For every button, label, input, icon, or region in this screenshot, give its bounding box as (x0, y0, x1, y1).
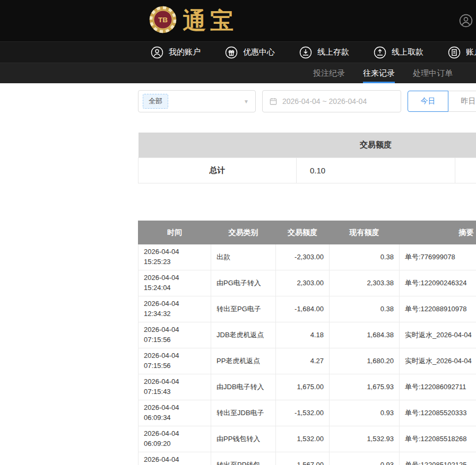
account-icon[interactable] (459, 14, 473, 28)
tab-bet-records[interactable]: 投注纪录 (313, 63, 345, 83)
tab-transaction-records[interactable]: 往来记录 (363, 63, 395, 83)
transactions-table: 时间 交易类别 交易额度 现有额度 摘要 2026-04-04 15:25:23… (138, 221, 476, 465)
cell-summary: 单号:122085520333 (400, 400, 476, 426)
cell-type: 转出至PP钱包 (211, 452, 276, 465)
record-icon (447, 46, 461, 59)
tab-label: 往来记录 (363, 68, 395, 78)
nav-item-label: 线上存款 (317, 47, 349, 57)
logo-badge-text: TB (158, 16, 168, 24)
table-header-row: 时间 交易类别 交易额度 现有额度 摘要 (139, 221, 476, 244)
cell-time: 2026-04-04 06:09:20 (139, 426, 211, 452)
today-button[interactable]: 今日 (408, 91, 448, 112)
col-header-time: 时间 (139, 221, 211, 244)
cell-time: 2026-04-04 15:24:04 (139, 270, 211, 296)
cell-type: PP老虎机返点 (211, 348, 276, 374)
logo[interactable]: TB 通宝 (149, 5, 238, 36)
filter-bar: 全部 ▼ 2026-04-04 ~ 2026-04-04 今日 昨日 近一周 (138, 90, 476, 112)
nav-item-label: 我的账户 (169, 47, 201, 57)
summary-total-value: 0.10 (297, 158, 455, 183)
cell-type: 转出至PG电子 (211, 296, 276, 322)
cell-time: 2026-04-04 07:15:56 (139, 348, 211, 374)
cell-amount: -1,567.00 (276, 452, 330, 465)
transaction-row: 2026-04-04 07:15:56JDB老虎机返点4.181,684.38实… (139, 322, 476, 348)
cell-time: 2026-04-04 12:34:32 (139, 296, 211, 322)
cell-time: 2026-04-04 07:15:43 (139, 374, 211, 400)
transaction-row: 2026-04-04 12:34:32转出至PG电子-1,684.000.38单… (139, 296, 476, 322)
date-range-input[interactable]: 2026-04-04 ~ 2026-04-04 (262, 90, 401, 112)
cell-time: 2026-04-04 15:25:23 (139, 244, 211, 270)
record-tabs: 投注纪录 往来记录 处理中订单 (0, 63, 476, 83)
calendar-icon (269, 97, 278, 106)
cell-amount: 4.18 (276, 322, 330, 348)
nav-item-withdraw[interactable]: 线上取款 (373, 46, 423, 59)
col-header-balance: 现有额度 (330, 221, 400, 244)
main-nav: 我的账户 优惠中心 线上存款 (0, 41, 476, 63)
date-range-value: 2026-04-04 ~ 2026-04-04 (282, 97, 367, 106)
nav-item-label: 线上取款 (392, 47, 423, 57)
withdraw-icon (373, 46, 387, 59)
cell-balance: 0.93 (330, 400, 400, 426)
cell-balance: 0.38 (330, 244, 400, 270)
cell-amount: 1,675.00 (276, 374, 330, 400)
nav-item-deposit[interactable]: 线上存款 (299, 46, 349, 59)
active-tab-indicator (363, 82, 395, 83)
nav-item-account-records[interactable]: 账户记录 (447, 46, 476, 59)
summary-total-extra (455, 158, 476, 183)
cell-type: 出款 (211, 244, 276, 270)
cell-type: 由JDB电子转入 (211, 374, 276, 400)
chevron-down-icon: ▼ (244, 99, 249, 104)
transaction-row: 2026-04-04 15:25:23出款-2,303.000.38单号:776… (139, 244, 476, 270)
page: TB 通宝 我的账户 (0, 0, 476, 465)
deposit-icon (299, 46, 313, 59)
cell-type: 由PP钱包转入 (211, 426, 276, 452)
cell-summary: 单号:776999078 (400, 244, 476, 270)
cell-amount: -2,303.00 (276, 244, 330, 270)
top-header: TB 通宝 (0, 0, 476, 41)
nav-item-promotions[interactable]: 优惠中心 (224, 46, 275, 59)
cell-balance: 1,680.20 (330, 348, 400, 374)
cell-type: 转出至JDB电子 (211, 400, 276, 426)
cell-balance: 0.93 (330, 452, 400, 465)
summary-header-amount: 交易额度 (297, 133, 455, 158)
cell-type: 由PG电子转入 (211, 270, 276, 296)
cell-summary: 单号:122088910978 (400, 296, 476, 322)
transaction-row: 2026-04-04 06:09:34转出至JDB电子-1,532.000.93… (139, 400, 476, 426)
poker-chip-logo-icon: TB (149, 5, 177, 36)
content-area: 全部 ▼ 2026-04-04 ~ 2026-04-04 今日 昨日 近一周 (138, 90, 476, 465)
summary-total-row: 总计 0.10 (139, 158, 476, 183)
cell-time: 2026-04-04 06:09:34 (139, 400, 211, 426)
cell-type: JDB老虎机返点 (211, 322, 276, 348)
nav-item-label: 账户记录 (466, 47, 476, 57)
cell-summary: 单号:122086092711 (400, 374, 476, 400)
tab-label: 投注纪录 (313, 68, 345, 78)
cell-amount: -1,684.00 (276, 296, 330, 322)
tab-label: 处理中订单 (413, 68, 453, 78)
logo-text: 通宝 (183, 9, 238, 32)
cell-time: 2026-04-04 07:15:56 (139, 322, 211, 348)
cell-balance: 1,532.93 (330, 426, 400, 452)
cell-summary: 单号:122085102125 (400, 452, 476, 465)
transactions-tbody: 2026-04-04 15:25:23出款-2,303.000.38单号:776… (139, 244, 476, 465)
nav-item-label: 优惠中心 (243, 47, 275, 57)
cell-time: 2026-04-04 05:24:10 (139, 452, 211, 465)
cell-summary: 实时返水_2026-04-04 (400, 322, 476, 348)
transaction-row: 2026-04-04 07:15:56PP老虎机返点4.271,680.20实时… (139, 348, 476, 374)
summary-table: 交易额度 总计 0.10 (138, 133, 476, 183)
cell-amount: 4.27 (276, 348, 330, 374)
col-header-summary: 摘要 (400, 221, 476, 244)
tab-pending-orders[interactable]: 处理中订单 (413, 63, 453, 83)
summary-header-empty (139, 133, 297, 158)
cell-amount: -1,532.00 (276, 400, 330, 426)
gift-icon (224, 46, 238, 59)
transaction-type-select[interactable]: 全部 ▼ (138, 90, 256, 112)
transaction-row: 2026-04-04 07:15:43由JDB电子转入1,675.001,675… (139, 374, 476, 400)
nav-item-my-account[interactable]: 我的账户 (150, 46, 201, 59)
date-quick-buttons: 今日 昨日 近一周 (408, 91, 476, 112)
cell-balance: 2,303.38 (330, 270, 400, 296)
col-header-type: 交易类别 (211, 221, 276, 244)
cell-summary: 实时返水_2026-04-04 (400, 348, 476, 374)
transaction-row: 2026-04-04 06:09:20由PP钱包转入1,532.001,532.… (139, 426, 476, 452)
cell-balance: 0.38 (330, 296, 400, 322)
selected-type-tag: 全部 (143, 94, 168, 109)
yesterday-button[interactable]: 昨日 (448, 91, 476, 112)
